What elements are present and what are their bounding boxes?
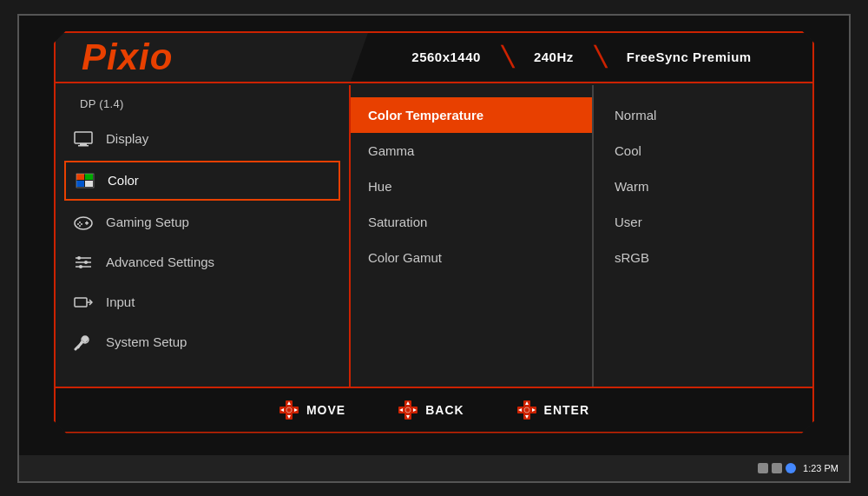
bottom-action-bar: MOVE BACK bbox=[56, 387, 812, 432]
sidebar-item-display-label: Display bbox=[106, 131, 148, 146]
svg-point-10 bbox=[77, 223, 79, 225]
option-normal[interactable]: Normal bbox=[594, 97, 812, 133]
screen: Pixio 2560x1440 ╲ 240Hz ╲ FreeSync Premi… bbox=[17, 14, 851, 483]
option-warm[interactable]: Warm bbox=[594, 169, 812, 204]
action-enter[interactable]: ENTER bbox=[516, 400, 589, 420]
dpad-move-icon bbox=[279, 400, 299, 420]
menu-item-saturation[interactable]: Saturation bbox=[351, 204, 592, 240]
svg-point-12 bbox=[79, 225, 81, 227]
connection-label: DP (1.4) bbox=[56, 97, 349, 119]
taskbar-icon-1 bbox=[758, 463, 768, 473]
sidebar-item-advanced-settings-label: Advanced Settings bbox=[106, 255, 214, 269]
right-column: Normal Cool Warm User sRGB bbox=[594, 85, 812, 432]
taskbar-time: 1:23 PM bbox=[803, 463, 838, 473]
dpad-back-icon bbox=[398, 400, 418, 420]
svg-rect-0 bbox=[75, 132, 92, 143]
sync-stat: FreeSync Premium bbox=[606, 50, 773, 64]
input-icon bbox=[73, 292, 94, 313]
monitor-icon bbox=[73, 129, 94, 149]
menu-item-hue[interactable]: Hue bbox=[351, 169, 592, 204]
svg-point-8 bbox=[75, 217, 92, 229]
action-move[interactable]: MOVE bbox=[279, 400, 345, 420]
sidebar-item-gaming-setup[interactable]: Gaming Setup bbox=[56, 202, 349, 242]
sidebar-item-display[interactable]: Display bbox=[56, 119, 349, 159]
option-cool[interactable]: Cool bbox=[594, 133, 812, 169]
divider-1: ╲ bbox=[502, 46, 513, 69]
svg-point-18 bbox=[77, 256, 81, 260]
sidebar-item-color[interactable]: Color bbox=[64, 161, 340, 201]
sidebar: DP (1.4) Display bbox=[56, 85, 351, 432]
svg-rect-3 bbox=[76, 174, 84, 180]
wrench-icon bbox=[73, 332, 94, 353]
svg-rect-14 bbox=[86, 221, 88, 224]
svg-rect-2 bbox=[78, 145, 89, 147]
taskbar-icon-3 bbox=[786, 463, 796, 473]
brand-logo: Pixio bbox=[82, 36, 173, 78]
option-srgb[interactable]: sRGB bbox=[594, 240, 812, 275]
sidebar-item-gaming-setup-label: Gaming Setup bbox=[106, 215, 189, 229]
sidebar-item-system-setup[interactable]: System Setup bbox=[56, 322, 349, 362]
svg-rect-21 bbox=[75, 298, 87, 307]
taskbar: 1:23 PM bbox=[19, 455, 849, 481]
sliders-icon bbox=[73, 252, 94, 273]
sidebar-item-color-label: Color bbox=[108, 173, 139, 188]
header-bar: Pixio 2560x1440 ╲ 240Hz ╲ FreeSync Premi… bbox=[56, 33, 812, 83]
svg-rect-5 bbox=[76, 181, 84, 187]
header-stats: 2560x1440 ╲ 240Hz ╲ FreeSync Premium bbox=[351, 33, 812, 82]
svg-point-33 bbox=[286, 407, 292, 413]
color-icon bbox=[75, 170, 95, 191]
svg-point-9 bbox=[79, 222, 81, 223]
taskbar-icon-2 bbox=[772, 463, 782, 473]
svg-point-19 bbox=[84, 261, 88, 264]
svg-rect-4 bbox=[85, 174, 93, 180]
logo-area: Pixio bbox=[56, 36, 351, 78]
sidebar-item-input[interactable]: Input bbox=[56, 282, 349, 322]
osd-panel: Pixio 2560x1440 ╲ 240Hz ╲ FreeSync Premi… bbox=[54, 31, 814, 433]
action-back-label: BACK bbox=[425, 403, 464, 417]
option-user[interactable]: User bbox=[594, 204, 812, 240]
divider-2: ╲ bbox=[595, 46, 606, 69]
menu-item-color-gamut[interactable]: Color Gamut bbox=[351, 240, 592, 275]
sidebar-item-advanced-settings[interactable]: Advanced Settings bbox=[56, 242, 349, 282]
menu-item-gamma[interactable]: Gamma bbox=[351, 133, 592, 169]
dpad-enter-icon bbox=[516, 400, 537, 420]
sidebar-item-input-label: Input bbox=[106, 294, 135, 309]
svg-rect-1 bbox=[80, 143, 87, 145]
action-back[interactable]: BACK bbox=[398, 400, 464, 420]
svg-point-11 bbox=[81, 223, 82, 225]
action-move-label: MOVE bbox=[306, 403, 345, 417]
svg-rect-6 bbox=[85, 181, 93, 187]
sidebar-item-system-setup-label: System Setup bbox=[106, 334, 187, 349]
svg-point-20 bbox=[79, 265, 82, 268]
action-enter-label: ENTER bbox=[544, 403, 589, 417]
taskbar-icons bbox=[758, 463, 796, 473]
menu-item-color-temperature[interactable]: Color Temperature bbox=[351, 97, 592, 133]
resolution-stat: 2560x1440 bbox=[391, 50, 502, 64]
svg-point-40 bbox=[405, 407, 411, 413]
refresh-rate-stat: 240Hz bbox=[513, 50, 595, 64]
middle-column: Color Temperature Gamma Hue Saturation C… bbox=[351, 85, 594, 432]
svg-point-47 bbox=[524, 407, 529, 413]
gamepad-icon bbox=[73, 212, 94, 233]
